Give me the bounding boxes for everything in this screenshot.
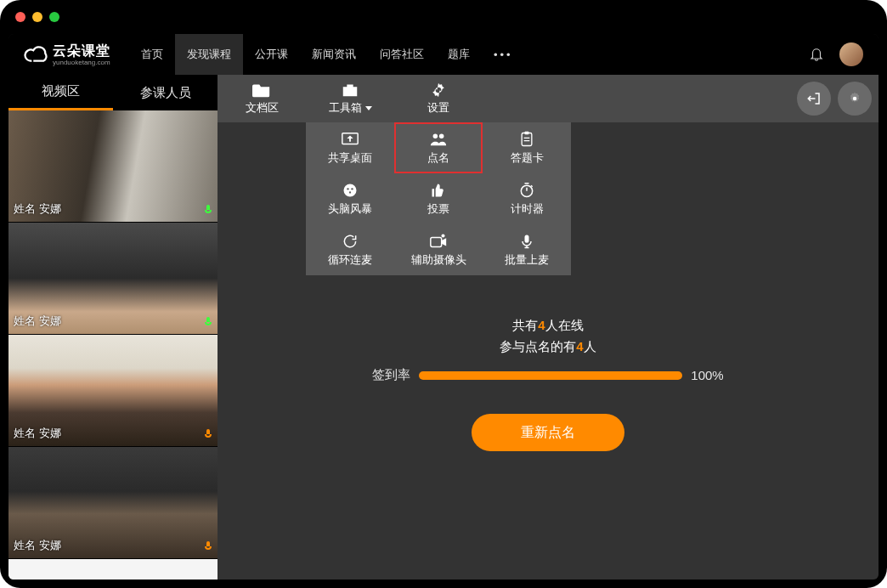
video-list: 姓名 安娜 姓名 安娜 姓名 安娜 姓名 <box>8 110 218 580</box>
logo[interactable]: 云朵课堂 yunduoketang.com <box>24 42 110 67</box>
cloud-logo-icon <box>24 42 49 67</box>
nav-more[interactable]: ••• <box>482 34 525 75</box>
tool-label: 批量上麦 <box>505 252 549 268</box>
sidebar: 视频区 参课人员 姓名 安娜 姓名 安娜 <box>8 75 218 580</box>
tool-vote[interactable]: 投票 <box>394 173 483 224</box>
main-area: 文档区 工具箱 设置 <box>218 75 879 580</box>
brainstorm-icon <box>341 182 359 199</box>
toolbar-documents[interactable]: 文档区 <box>218 75 306 122</box>
tool-label: 投票 <box>427 201 449 217</box>
rollcall-icon <box>429 131 448 148</box>
window-traffic-lights <box>15 12 59 22</box>
tool-aux-camera[interactable]: 辅助摄像头 <box>394 224 483 275</box>
tool-batch-mic[interactable]: 批量上麦 <box>483 224 571 275</box>
gear-icon <box>847 91 862 106</box>
svg-point-8 <box>351 188 353 189</box>
svg-point-7 <box>347 188 348 189</box>
video-tile[interactable]: 姓名 安娜 <box>8 335 218 447</box>
app-body: 视频区 参课人员 姓名 安娜 姓名 安娜 <box>8 75 879 580</box>
participant-name: 姓名 安娜 <box>14 538 61 553</box>
video-tile-empty <box>8 559 218 580</box>
exit-icon <box>806 91 822 106</box>
redo-rollcall-button[interactable]: 重新点名 <box>472 414 624 451</box>
svg-point-12 <box>441 234 444 237</box>
toolbar-settings[interactable]: 设置 <box>394 75 483 122</box>
video-tile[interactable]: 姓名 安娜 <box>8 223 218 335</box>
toolbar-toolbox[interactable]: 工具箱 <box>306 75 394 122</box>
video-thumbnail <box>8 559 218 580</box>
checkin-rate-label: 签到率 <box>372 367 410 383</box>
checkin-progress-bar <box>419 371 682 380</box>
top-nav: 云朵课堂 yunduoketang.com 首页 发现课程 公开课 新闻资讯 问… <box>8 34 879 75</box>
nav-open-courses[interactable]: 公开课 <box>243 34 300 75</box>
tool-label: 辅助摄像头 <box>411 252 466 268</box>
svg-point-9 <box>349 191 351 193</box>
tool-timer[interactable]: 计时器 <box>483 173 571 224</box>
aux-camera-icon <box>429 233 448 250</box>
main-toolbar: 文档区 工具箱 设置 <box>218 75 879 122</box>
toolbox-icon <box>341 82 359 99</box>
tool-share-screen[interactable]: 共享桌面 <box>306 122 394 173</box>
toolbar-label: 设置 <box>427 100 449 116</box>
video-tile[interactable]: 姓名 安娜 <box>8 447 218 559</box>
gear-icon <box>429 82 448 99</box>
share-screen-icon <box>341 131 359 148</box>
svg-point-6 <box>344 184 357 196</box>
svg-rect-11 <box>431 237 442 246</box>
mic-icon <box>204 429 212 441</box>
nav-question-bank[interactable]: 题库 <box>436 34 482 75</box>
logo-text: 云朵课堂 <box>53 42 110 60</box>
checkin-rate-value: 100% <box>691 368 723 382</box>
app-frame: 云朵课堂 yunduoketang.com 首页 发现课程 公开课 新闻资讯 问… <box>8 34 879 580</box>
tool-label: 头脑风暴 <box>328 201 372 217</box>
settings-round-button[interactable] <box>838 82 872 116</box>
video-tile[interactable]: 姓名 安娜 <box>8 110 218 223</box>
svg-rect-5 <box>525 131 529 133</box>
minimize-window-dot[interactable] <box>32 12 42 22</box>
tool-label: 循环连麦 <box>328 252 372 268</box>
tool-label: 点名 <box>427 150 449 166</box>
svg-point-3 <box>439 133 444 139</box>
nav-discover-courses[interactable]: 发现课程 <box>175 34 243 75</box>
nav-qa[interactable]: 问答社区 <box>368 34 436 75</box>
exit-button[interactable] <box>797 82 831 116</box>
svg-point-10 <box>521 185 532 196</box>
answer-card-icon <box>517 131 536 148</box>
participant-name: 姓名 安娜 <box>14 426 61 441</box>
tool-brainstorm[interactable]: 头脑风暴 <box>306 173 394 224</box>
checkin-rate-row: 签到率 100% <box>372 367 723 383</box>
mic-icon <box>204 317 212 329</box>
maximize-window-dot[interactable] <box>49 12 59 22</box>
nav-home[interactable]: 首页 <box>129 34 175 75</box>
nav-right <box>809 42 863 66</box>
sidebar-tabs: 视频区 参课人员 <box>8 75 218 110</box>
toolbar-label: 工具箱 <box>329 100 372 116</box>
nav-news[interactable]: 新闻资讯 <box>300 34 368 75</box>
tool-label: 共享桌面 <box>328 150 372 166</box>
vote-icon <box>429 182 448 199</box>
tab-participants[interactable]: 参课人员 <box>113 75 218 110</box>
timer-icon <box>517 182 536 199</box>
svg-rect-4 <box>522 133 532 145</box>
chevron-down-icon <box>365 106 372 110</box>
tool-rollcall[interactable]: 点名 <box>394 122 483 173</box>
tool-label: 计时器 <box>511 201 544 217</box>
svg-point-2 <box>433 133 438 139</box>
participant-name: 姓名 安娜 <box>14 314 61 329</box>
participant-name: 姓名 安娜 <box>14 201 61 217</box>
tool-rotate-mic[interactable]: 循环连麦 <box>306 224 394 275</box>
bell-icon <box>809 46 824 61</box>
logo-subtext: yunduoketang.com <box>53 59 110 66</box>
app-window: 云朵课堂 yunduoketang.com 首页 发现课程 公开课 新闻资讯 问… <box>0 0 887 588</box>
close-window-dot[interactable] <box>15 12 25 22</box>
tool-answer-card[interactable]: 答题卡 <box>483 122 571 173</box>
toolbox-dropdown: 共享桌面 点名 答题卡 头脑风暴 <box>306 122 571 275</box>
participated-count-line: 参与点名的有4人 <box>500 339 596 355</box>
user-avatar[interactable] <box>839 42 863 66</box>
folder-icon <box>252 82 271 99</box>
batch-mic-icon <box>517 233 536 250</box>
mic-icon <box>204 541 212 553</box>
tab-video-area[interactable]: 视频区 <box>8 75 113 110</box>
notifications-button[interactable] <box>809 46 824 64</box>
mic-icon <box>204 205 212 217</box>
